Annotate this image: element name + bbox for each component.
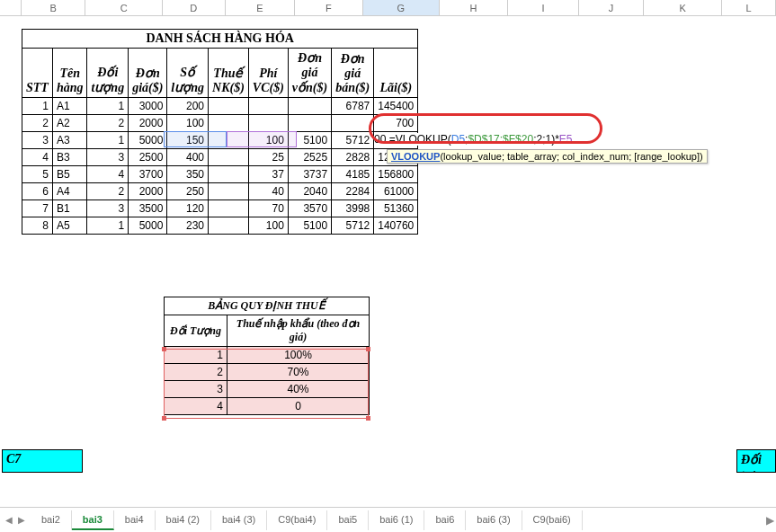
cell[interactable]: 5100 [288, 217, 331, 235]
cell[interactable]: 5000 [129, 217, 167, 235]
cell[interactable]: 1 [22, 98, 53, 115]
cell[interactable]: 2040 [288, 183, 331, 200]
cell[interactable]: 70% [227, 364, 370, 381]
sheet-tab[interactable]: bai6 (3) [466, 510, 522, 530]
cell[interactable]: 3998 [332, 200, 374, 217]
cell[interactable]: 1 [87, 98, 129, 115]
cell[interactable]: 2 [87, 183, 129, 200]
cell[interactable] [209, 166, 249, 183]
cell[interactable]: 37 [248, 166, 288, 183]
cell[interactable] [209, 115, 249, 132]
formula-editing-cell[interactable]: 00 =VLOOKUP(D5;$D$17:$F$20;2;1)*E5 [374, 133, 573, 146]
col-header-E[interactable]: E [226, 0, 296, 15]
tab-nav-arrows[interactable]: ◀ ▶ [0, 515, 31, 525]
col-header-G[interactable]: G [363, 0, 441, 15]
cell[interactable]: 2 [87, 115, 129, 132]
cell[interactable] [288, 115, 331, 132]
cell[interactable]: 250 [167, 183, 209, 200]
cell[interactable]: 4185 [332, 166, 374, 183]
col-header-K[interactable]: K [644, 0, 722, 15]
floating-cell-left[interactable]: C7 [2, 449, 83, 473]
cell[interactable]: 150 [167, 132, 209, 149]
lookup-row[interactable]: 340% [165, 381, 370, 398]
cell[interactable] [209, 132, 249, 149]
col-header-J[interactable]: J [579, 0, 644, 15]
table-row[interactable]: 1A1130002006787145400 [22, 98, 418, 115]
nav-next-icon[interactable]: ▶ [16, 515, 27, 525]
cell[interactable]: 230 [167, 217, 209, 235]
cell[interactable]: A1 [52, 98, 87, 115]
cell[interactable]: 5100 [288, 132, 331, 149]
cell[interactable]: 3700 [129, 166, 167, 183]
cell[interactable]: 2 [22, 115, 53, 132]
col-header-D[interactable]: D [163, 0, 226, 15]
cell[interactable]: 5000 [129, 132, 167, 149]
col-header-H[interactable]: H [440, 0, 508, 15]
cell[interactable]: 2000 [129, 183, 167, 200]
cell[interactable]: 25 [248, 149, 288, 166]
lookup-row[interactable]: 270% [165, 364, 370, 381]
cell[interactable]: 2000 [129, 115, 167, 132]
cell[interactable]: A2 [52, 115, 87, 132]
sheet-tab[interactable]: bai4 (3) [211, 510, 267, 530]
cell[interactable]: 120 [167, 200, 209, 217]
cell[interactable]: 6 [22, 183, 53, 200]
table-row[interactable]: 8A51500023010051005712140760 [22, 217, 418, 235]
col-header-L[interactable]: L [722, 0, 776, 15]
cell[interactable]: 2525 [288, 149, 331, 166]
sheet-tab[interactable]: bai6 [424, 510, 466, 530]
cell[interactable] [209, 98, 249, 115]
cell[interactable]: 2500 [129, 149, 167, 166]
cell[interactable]: 1 [165, 347, 227, 364]
lookup-table[interactable]: BẢNG QUY ĐỊNH THUẾ Đối Tượng Thuế nhập k… [164, 297, 370, 415]
cell[interactable]: 40% [227, 381, 370, 398]
cell[interactable]: B5 [52, 166, 87, 183]
cell[interactable]: A5 [52, 217, 87, 235]
sheet-tab[interactable]: bai6 (1) [369, 510, 424, 530]
tabs-overflow-icon[interactable]: ▶ [766, 514, 774, 527]
cell[interactable]: 350 [167, 166, 209, 183]
cell[interactable]: 4 [22, 149, 53, 166]
table-row[interactable]: 5B5437003503737374185156800 [22, 166, 418, 183]
cell[interactable]: 51360 [374, 200, 418, 217]
cell[interactable]: 70 [248, 200, 288, 217]
cell[interactable]: 5712 [332, 217, 374, 235]
col-header-I[interactable]: I [508, 0, 580, 15]
col-header-F[interactable]: F [295, 0, 363, 15]
cell[interactable]: 3737 [288, 166, 331, 183]
cell[interactable]: 140760 [374, 217, 418, 235]
cell[interactable]: 3000 [129, 98, 167, 115]
cell[interactable]: 2 [165, 364, 227, 381]
cell[interactable]: 1 [87, 132, 129, 149]
cell[interactable] [209, 217, 249, 235]
cell[interactable]: B3 [52, 149, 87, 166]
cell[interactable]: 3570 [288, 200, 331, 217]
cell[interactable]: 4 [87, 166, 129, 183]
cell[interactable] [209, 149, 249, 166]
sheet-tab[interactable]: bai5 [327, 510, 369, 530]
cell[interactable]: 61000 [374, 183, 418, 200]
cell[interactable]: 100 [248, 217, 288, 235]
spreadsheet-area[interactable]: B C D E F G H I J K L DANH SÁCH HÀNG HÓA… [0, 0, 776, 503]
nav-prev-icon[interactable]: ◀ [4, 515, 14, 525]
table-row[interactable]: 3A3150001501005100571291800 [22, 132, 418, 149]
cell[interactable]: 400 [167, 149, 209, 166]
cell[interactable]: 2828 [332, 149, 374, 166]
cell[interactable]: 3 [87, 149, 129, 166]
table-row[interactable]: 7B133500120703570399851360 [22, 200, 418, 217]
cell[interactable]: 6787 [332, 98, 374, 115]
cell[interactable]: 100 [167, 115, 209, 132]
cell[interactable]: 100 [248, 132, 288, 149]
cell[interactable]: 7 [22, 200, 53, 217]
cell[interactable]: 1 [87, 217, 129, 235]
cell[interactable] [248, 98, 288, 115]
sheet-tab[interactable]: bai4 [114, 510, 156, 530]
sheet-tab[interactable]: C9(bai6) [522, 510, 583, 530]
cell[interactable]: 3 [22, 132, 53, 149]
col-header-C[interactable]: C [85, 0, 163, 15]
cell[interactable]: A4 [52, 183, 87, 200]
floating-cell-right[interactable]: Đối tư [736, 449, 776, 473]
cell[interactable] [209, 183, 249, 200]
tooltip-fn-link[interactable]: VLOOKUP [391, 151, 440, 162]
cell[interactable]: A3 [52, 132, 87, 149]
